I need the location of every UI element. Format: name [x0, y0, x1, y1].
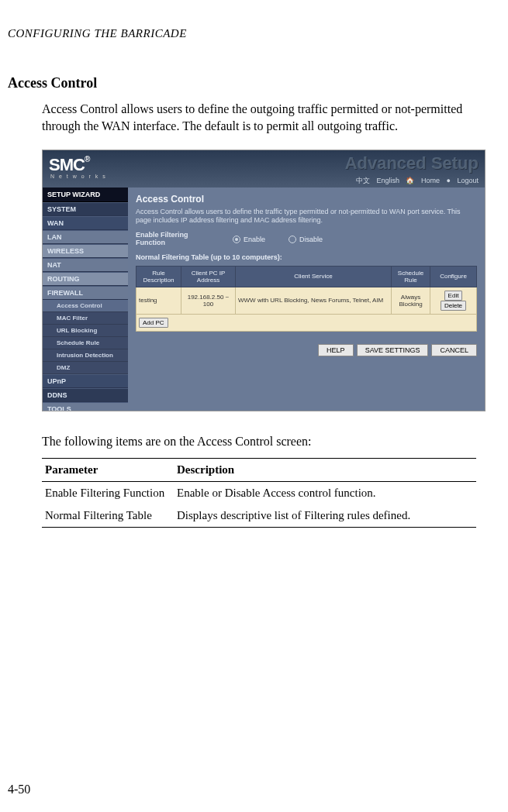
sub-access-control[interactable]: Access Control [43, 300, 128, 312]
param-row: Normal Filtering Table Displays descript… [42, 504, 476, 528]
nav-firewall[interactable]: FIREWALL [43, 286, 128, 300]
edit-button[interactable]: Edit [444, 291, 463, 301]
param-header-row: Parameter Description [42, 459, 476, 482]
lang-cn[interactable]: 中文 [356, 177, 370, 184]
advanced-setup-title: Advanced Setup [345, 153, 479, 174]
filtering-table-title: Normal Filtering Table (up to 10 compute… [136, 253, 477, 261]
screenshot-header: SMC® N e t w o r k s Advanced Setup 中文 E… [43, 150, 485, 188]
sub-dmz[interactable]: DMZ [43, 362, 128, 374]
running-header-text: CONFIGURING THE BARRICADE [8, 27, 187, 40]
page-number: 4-50 [8, 783, 30, 797]
parameter-table: Parameter Description Enable Filtering F… [42, 458, 476, 528]
sub-mac-filter[interactable]: MAC Filter [43, 312, 128, 325]
cell-schedule: Always Blocking [392, 287, 430, 314]
save-settings-button[interactable]: SAVE SETTINGS [357, 344, 429, 356]
lang-en[interactable]: English [376, 177, 399, 184]
nav-routing[interactable]: ROUTING [43, 272, 128, 286]
disable-radio[interactable]: Disable [289, 236, 323, 243]
cancel-button[interactable]: CANCEL [431, 344, 477, 356]
delete-button[interactable]: Delete [441, 301, 466, 311]
panel-intro: Access Control allows users to define th… [136, 208, 477, 225]
th-schedule: Schedule Rule [392, 266, 430, 287]
logo-subtitle: N e t w o r k s [50, 174, 107, 179]
smc-logo: SMC® [49, 155, 89, 175]
th-rule-desc: Rule Description [137, 266, 181, 287]
param-desc: Enable or Disable Access control functio… [174, 482, 476, 505]
th-client-service: Client Service [236, 266, 392, 287]
nav-lan[interactable]: LAN [43, 230, 128, 244]
panel-title: Access Control [136, 194, 477, 205]
enable-filtering-label: Enable Filtering Function [136, 232, 209, 247]
nav-system[interactable]: SYSTEM [43, 202, 128, 216]
filtering-table: Rule Description Client PC IP Address Cl… [136, 266, 477, 332]
sub-schedule-rule[interactable]: Schedule Rule [43, 337, 128, 349]
sub-intrusion-detection[interactable]: Intrusion Detection [43, 349, 128, 362]
enable-radio[interactable]: Enable [233, 236, 265, 243]
sidebar: SETUP WIZARD SYSTEM WAN LAN WIRELESS NAT… [43, 188, 128, 411]
th-configure: Configure [430, 266, 477, 287]
th-description: Description [174, 459, 476, 482]
main-panel: Access Control Access Control allows use… [128, 188, 485, 411]
cell-service: WWW with URL Blocking, News Forums, Teln… [236, 287, 392, 314]
nav-wireless[interactable]: WIRELESS [43, 244, 128, 258]
nav-upnp[interactable]: UPnP [43, 374, 128, 388]
param-name: Normal Filtering Table [42, 504, 174, 528]
caption-below: The following items are on the Access Co… [42, 433, 492, 450]
radio-dot-icon [289, 236, 296, 243]
logout-link[interactable]: ● Logout [447, 177, 479, 184]
top-nav: 中文 English 🏠 Home ● Logout [351, 176, 479, 186]
nav-ddns[interactable]: DDNS [43, 388, 128, 402]
nav-nat[interactable]: NAT [43, 258, 128, 272]
enable-filtering-row: Enable Filtering Function Enable Disable [136, 232, 477, 247]
setup-wizard[interactable]: SETUP WIZARD [43, 188, 128, 202]
th-client-ip: Client PC IP Address [181, 266, 236, 287]
home-link[interactable]: 🏠 Home [406, 177, 440, 184]
radio-dot-icon [233, 236, 240, 243]
cell-configure: Edit Delete [430, 287, 477, 314]
add-pc-button[interactable]: Add PC [139, 318, 168, 328]
param-row: Enable Filtering Function Enable or Disa… [42, 482, 476, 505]
cell-desc: testing [137, 287, 181, 314]
running-header: CONFIGURING THE BARRICADE [8, 27, 492, 40]
nav-tools[interactable]: TOOLS [43, 402, 128, 411]
add-pc-row: Add PC [137, 314, 477, 331]
section-title: Access Control [8, 75, 492, 91]
router-screenshot: SMC® N e t w o r k s Advanced Setup 中文 E… [42, 150, 486, 411]
table-header-row: Rule Description Client PC IP Address Cl… [137, 266, 477, 287]
nav-wan[interactable]: WAN [43, 216, 128, 230]
button-bar: HELP SAVE SETTINGS CANCEL [318, 344, 477, 356]
param-name: Enable Filtering Function [42, 482, 174, 505]
logo-text: SMC [49, 155, 85, 174]
logo-reg: ® [85, 155, 89, 163]
th-parameter: Parameter [42, 459, 174, 482]
param-desc: Displays descriptive list of Filtering r… [174, 504, 476, 528]
sub-url-blocking[interactable]: URL Blocking [43, 325, 128, 337]
help-button[interactable]: HELP [318, 344, 354, 356]
table-row: testing 192.168.2.50 ~ 100 WWW with URL … [137, 287, 477, 314]
intro-paragraph: Access Control allows users to define th… [42, 101, 492, 136]
cell-ip: 192.168.2.50 ~ 100 [181, 287, 236, 314]
